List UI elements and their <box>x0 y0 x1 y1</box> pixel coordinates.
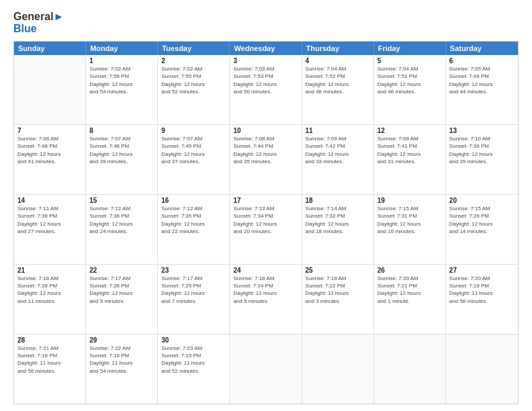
day-cell-2: 2Sunrise: 7:02 AM Sunset: 7:55 PM Daylig… <box>158 55 230 124</box>
day-info: Sunrise: 7:20 AM Sunset: 7:19 PM Dayligh… <box>449 275 515 305</box>
day-info: Sunrise: 7:21 AM Sunset: 7:18 PM Dayligh… <box>17 345 82 375</box>
day-of-week-sunday: Sunday <box>14 42 86 55</box>
page: General► Blue SundayMondayTuesdayWednesd… <box>0 0 532 411</box>
calendar: SundayMondayTuesdayWednesdayThursdayFrid… <box>13 41 519 404</box>
day-number: 21 <box>17 267 82 274</box>
day-number: 29 <box>89 336 154 344</box>
day-cell-21: 21Sunrise: 7:16 AM Sunset: 7:28 PM Dayli… <box>14 265 86 334</box>
day-cell-23: 23Sunrise: 7:17 AM Sunset: 7:25 PM Dayli… <box>158 265 230 334</box>
day-cell-12: 12Sunrise: 7:09 AM Sunset: 7:41 PM Dayli… <box>374 125 446 194</box>
header: General► Blue <box>13 11 519 34</box>
day-number: 18 <box>306 197 370 204</box>
day-number: 11 <box>306 127 370 134</box>
day-info: Sunrise: 7:16 AM Sunset: 7:28 PM Dayligh… <box>17 275 82 305</box>
empty-cell <box>446 334 518 404</box>
day-info: Sunrise: 7:12 AM Sunset: 7:36 PM Dayligh… <box>89 205 154 235</box>
empty-cell <box>374 334 446 404</box>
day-info: Sunrise: 7:17 AM Sunset: 7:26 PM Dayligh… <box>89 275 154 305</box>
logo: General► Blue <box>13 11 64 34</box>
day-of-week-tuesday: Tuesday <box>158 42 230 55</box>
day-info: Sunrise: 7:08 AM Sunset: 7:44 PM Dayligh… <box>233 135 298 165</box>
logo-general: General► <box>13 11 64 23</box>
day-cell-5: 5Sunrise: 7:04 AM Sunset: 7:51 PM Daylig… <box>374 55 446 124</box>
day-number: 6 <box>449 57 515 64</box>
day-number: 20 <box>449 197 515 204</box>
calendar-header: SundayMondayTuesdayWednesdayThursdayFrid… <box>14 42 518 55</box>
day-info: Sunrise: 7:03 AM Sunset: 7:53 PM Dayligh… <box>233 65 298 95</box>
day-info: Sunrise: 7:20 AM Sunset: 7:21 PM Dayligh… <box>378 275 442 305</box>
week-row-1: 1Sunrise: 7:02 AM Sunset: 7:56 PM Daylig… <box>14 55 518 125</box>
day-cell-3: 3Sunrise: 7:03 AM Sunset: 7:53 PM Daylig… <box>230 55 302 124</box>
day-cell-10: 10Sunrise: 7:08 AM Sunset: 7:44 PM Dayli… <box>230 125 302 194</box>
day-cell-18: 18Sunrise: 7:14 AM Sunset: 7:32 PM Dayli… <box>302 195 374 264</box>
day-number: 14 <box>17 197 82 204</box>
day-info: Sunrise: 7:19 AM Sunset: 7:22 PM Dayligh… <box>306 275 370 305</box>
day-number: 13 <box>449 127 515 134</box>
day-info: Sunrise: 7:22 AM Sunset: 7:16 PM Dayligh… <box>89 345 154 375</box>
day-number: 19 <box>378 197 442 204</box>
day-cell-11: 11Sunrise: 7:09 AM Sunset: 7:42 PM Dayli… <box>302 125 374 194</box>
day-info: Sunrise: 7:02 AM Sunset: 7:55 PM Dayligh… <box>161 65 226 95</box>
day-number: 9 <box>161 127 226 134</box>
day-cell-26: 26Sunrise: 7:20 AM Sunset: 7:21 PM Dayli… <box>374 265 446 334</box>
day-number: 16 <box>161 197 226 204</box>
day-cell-13: 13Sunrise: 7:10 AM Sunset: 7:39 PM Dayli… <box>446 125 518 194</box>
day-info: Sunrise: 7:10 AM Sunset: 7:39 PM Dayligh… <box>449 135 515 165</box>
day-info: Sunrise: 7:11 AM Sunset: 7:38 PM Dayligh… <box>17 205 82 235</box>
day-of-week-friday: Friday <box>374 42 446 55</box>
day-cell-19: 19Sunrise: 7:15 AM Sunset: 7:31 PM Dayli… <box>374 195 446 264</box>
empty-cell <box>230 334 302 404</box>
day-cell-8: 8Sunrise: 7:07 AM Sunset: 7:46 PM Daylig… <box>86 125 158 194</box>
week-row-5: 28Sunrise: 7:21 AM Sunset: 7:18 PM Dayli… <box>14 334 518 404</box>
day-number: 24 <box>233 267 298 274</box>
day-cell-17: 17Sunrise: 7:13 AM Sunset: 7:34 PM Dayli… <box>230 195 302 264</box>
week-row-3: 14Sunrise: 7:11 AM Sunset: 7:38 PM Dayli… <box>14 195 518 265</box>
day-cell-16: 16Sunrise: 7:12 AM Sunset: 7:35 PM Dayli… <box>158 195 230 264</box>
day-number: 5 <box>378 57 442 64</box>
day-number: 30 <box>161 336 226 344</box>
day-info: Sunrise: 7:17 AM Sunset: 7:25 PM Dayligh… <box>161 275 226 305</box>
day-cell-30: 30Sunrise: 7:23 AM Sunset: 7:15 PM Dayli… <box>158 334 230 404</box>
empty-cell <box>14 55 86 124</box>
day-cell-1: 1Sunrise: 7:02 AM Sunset: 7:56 PM Daylig… <box>86 55 158 124</box>
day-of-week-thursday: Thursday <box>302 42 374 55</box>
day-info: Sunrise: 7:09 AM Sunset: 7:41 PM Dayligh… <box>378 135 442 165</box>
empty-cell <box>302 334 374 404</box>
day-info: Sunrise: 7:04 AM Sunset: 7:52 PM Dayligh… <box>306 65 370 95</box>
day-number: 22 <box>89 267 154 274</box>
day-number: 8 <box>89 127 154 134</box>
day-cell-4: 4Sunrise: 7:04 AM Sunset: 7:52 PM Daylig… <box>302 55 374 124</box>
day-number: 2 <box>161 57 226 64</box>
day-number: 15 <box>89 197 154 204</box>
logo-blue: Blue <box>13 23 64 35</box>
day-cell-28: 28Sunrise: 7:21 AM Sunset: 7:18 PM Dayli… <box>14 334 86 404</box>
day-cell-22: 22Sunrise: 7:17 AM Sunset: 7:26 PM Dayli… <box>86 265 158 334</box>
day-cell-20: 20Sunrise: 7:15 AM Sunset: 7:29 PM Dayli… <box>446 195 518 264</box>
day-of-week-wednesday: Wednesday <box>230 42 302 55</box>
day-cell-6: 6Sunrise: 7:05 AM Sunset: 7:49 PM Daylig… <box>446 55 518 124</box>
day-number: 17 <box>233 197 298 204</box>
day-cell-25: 25Sunrise: 7:19 AM Sunset: 7:22 PM Dayli… <box>302 265 374 334</box>
day-info: Sunrise: 7:13 AM Sunset: 7:34 PM Dayligh… <box>233 205 298 235</box>
day-cell-14: 14Sunrise: 7:11 AM Sunset: 7:38 PM Dayli… <box>14 195 86 264</box>
day-number: 27 <box>449 267 515 274</box>
day-info: Sunrise: 7:18 AM Sunset: 7:24 PM Dayligh… <box>233 275 298 305</box>
day-cell-9: 9Sunrise: 7:07 AM Sunset: 7:45 PM Daylig… <box>158 125 230 194</box>
day-info: Sunrise: 7:09 AM Sunset: 7:42 PM Dayligh… <box>306 135 370 165</box>
week-row-4: 21Sunrise: 7:16 AM Sunset: 7:28 PM Dayli… <box>14 265 518 334</box>
day-number: 12 <box>378 127 442 134</box>
day-info: Sunrise: 7:12 AM Sunset: 7:35 PM Dayligh… <box>161 205 226 235</box>
day-info: Sunrise: 7:07 AM Sunset: 7:46 PM Dayligh… <box>89 135 154 165</box>
day-of-week-saturday: Saturday <box>446 42 518 55</box>
calendar-body: 1Sunrise: 7:02 AM Sunset: 7:56 PM Daylig… <box>14 55 518 404</box>
day-cell-29: 29Sunrise: 7:22 AM Sunset: 7:16 PM Dayli… <box>86 334 158 404</box>
day-info: Sunrise: 7:15 AM Sunset: 7:29 PM Dayligh… <box>449 205 515 235</box>
day-number: 28 <box>17 336 82 344</box>
day-number: 25 <box>306 267 370 274</box>
day-info: Sunrise: 7:02 AM Sunset: 7:56 PM Dayligh… <box>89 65 154 95</box>
day-info: Sunrise: 7:23 AM Sunset: 7:15 PM Dayligh… <box>161 345 226 375</box>
day-number: 7 <box>17 127 82 134</box>
day-number: 1 <box>89 57 154 64</box>
week-row-2: 7Sunrise: 7:06 AM Sunset: 7:48 PM Daylig… <box>14 125 518 195</box>
day-info: Sunrise: 7:04 AM Sunset: 7:51 PM Dayligh… <box>378 65 442 95</box>
